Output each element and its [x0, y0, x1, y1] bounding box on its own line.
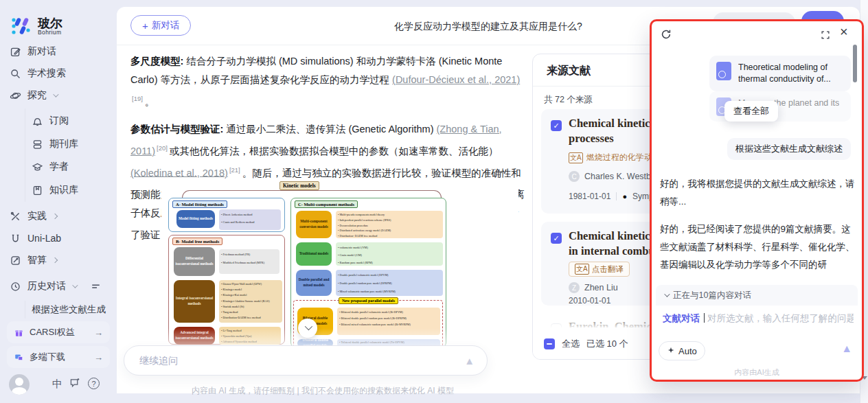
logo-subtitle: Bohrium	[38, 30, 62, 36]
sidebar-item-new-chat[interactable]: 新对话	[10, 43, 56, 60]
sidebar-item-label: 学术搜索	[27, 67, 66, 80]
close-icon[interactable]: ×	[840, 24, 848, 40]
source-date: 1981-01-01	[569, 192, 610, 201]
source-checkbox[interactable]: ✓	[551, 120, 562, 131]
figure-c3-bullets: • Double parallel volumetric model (DPVM…	[336, 270, 443, 296]
refresh-icon[interactable]	[660, 28, 672, 41]
sidebar-item-smart-compute[interactable]: 智算	[10, 251, 57, 269]
download-label: 多端下载	[30, 351, 65, 363]
source-title[interactable]: Chemical kinetics a processes	[569, 116, 663, 146]
carsi-benefits[interactable]: CARSI权益 →	[7, 321, 110, 343]
feedback-icon[interactable]	[69, 377, 80, 391]
author-avatar: Z	[569, 282, 580, 293]
tools-icon	[10, 211, 21, 222]
check-icon: ✓	[553, 234, 559, 243]
translate-button[interactable]: 文A 点击翻译	[569, 262, 630, 277]
bold-term: 参数估计与模型验证:	[130, 124, 226, 135]
expand-figure-button[interactable]	[298, 319, 317, 338]
sidebar-item-subscribe[interactable]: 订阅	[32, 112, 69, 130]
source-date: 2010-01-01	[569, 296, 610, 306]
sidebar-item-explore[interactable]: 探究	[10, 87, 57, 104]
multi-device-download[interactable]: 多端下载 →	[7, 346, 110, 368]
chevron-right-icon	[52, 257, 58, 263]
context-label: 正在与10篇内容对话	[673, 290, 751, 301]
figure-c1-box: Multi-component conversion models	[296, 211, 332, 238]
ai-message: 好的，我已经阅读了您提供的9篇文献摘要。这些文献涵盖了材料科学、行星科学、催化化…	[660, 220, 855, 281]
user-message-bubble: 根据这些文献生成文献综述	[727, 138, 851, 160]
sidebar-item-unilab[interactable]: Uni-Lab	[10, 229, 61, 247]
help-icon[interactable]: ?	[88, 378, 100, 389]
history-entry-label: 根据这些文献生成	[32, 303, 106, 316]
figure-brace	[182, 190, 442, 198]
select-all-checkbox[interactable]	[544, 338, 555, 349]
ai-disclaimer: 内容由 AI 生成，请仔细甄别 | 我们不会使用你的搜索数据来优化 AI 模型	[117, 385, 529, 397]
sidebar-item-scholars[interactable]: 学者	[32, 158, 69, 176]
sidebar-item-history[interactable]: 历史对话	[10, 277, 101, 295]
user-avatar[interactable]	[9, 374, 30, 395]
citation-ref[interactable]: [19]	[132, 95, 143, 102]
citation-link[interactable]: (Dufour-Décieux et al., 2021)	[392, 74, 520, 85]
figure-b1-bullets: • Friedman method (FR) • Modified Friedm…	[219, 249, 279, 274]
logo[interactable]: 玻尔 Bohrium	[10, 14, 62, 38]
citation-ref[interactable]: [21]	[229, 166, 240, 174]
figure-a-box: Model fitting methods	[176, 210, 215, 228]
view-all-button[interactable]: 查看全部	[724, 101, 778, 122]
sidebar-item-label: 期刊库	[49, 138, 78, 150]
sidebar: 玻尔 Bohrium 新对话 学术搜索 探究 订阅 期刊库 学者	[0, 0, 117, 403]
attachment-card[interactable]: Theoretical modeling of thermal conducti…	[709, 56, 851, 91]
arrow-right-icon: →	[94, 352, 103, 362]
paragraph-multiscale: 多尺度模型: 结合分子动力学模拟 (MD simulations) 和动力学蒙特…	[130, 52, 525, 111]
source-checkbox[interactable]: ✓	[551, 233, 562, 244]
source-author-row: Z Zhen Liu	[569, 282, 618, 293]
list-icon[interactable]	[91, 281, 101, 292]
chevron-down-icon	[72, 282, 78, 288]
devices-icon	[14, 352, 24, 362]
sidebar-item-label: 新对话	[27, 45, 56, 58]
expand-icon[interactable]	[821, 30, 830, 40]
source-title[interactable]: Chemical kinetics r in internal combus	[569, 229, 663, 259]
followup-input[interactable]	[139, 355, 464, 366]
indent-guide	[25, 301, 25, 319]
figure-b1-box: Differential isoconversional methods	[174, 247, 215, 276]
chat-input[interactable]: 文献对话对所选文献，输入任何想了解的问题。	[663, 312, 854, 325]
sidebar-item-practice[interactable]: 实践	[10, 207, 57, 225]
history-entry[interactable]: 根据这些文献生成	[32, 301, 106, 319]
sparkle-icon	[667, 347, 675, 355]
citation-ref[interactable]: [20]	[157, 144, 168, 152]
author-avatar: C	[569, 171, 580, 182]
figure-c1-bullets: • Multi-pseudo components model theory •…	[336, 211, 443, 238]
chat-send-icon[interactable]: ▲	[841, 343, 852, 355]
chat-scrollbar[interactable]	[853, 45, 857, 82]
selected-count: 已选 10 个	[586, 338, 628, 350]
document-icon	[716, 62, 731, 80]
journal-stack-icon	[32, 139, 43, 150]
chat-input-placeholder: 对所选文献，输入任何想了解的问题。	[707, 313, 854, 323]
language-toggle[interactable]: 中	[52, 378, 62, 391]
figure-b2-bullets: • Ozawa-Flynn-Wall model (OFW) • Kissing…	[219, 280, 282, 323]
figure-c2-bullets: • volumetric model (VM) • Grain model (G…	[336, 242, 443, 266]
sources-count: 共 72 个来源	[544, 94, 593, 106]
citation-link[interactable]: (Koledina et al., 2018)	[130, 167, 228, 178]
translate-icon: 文A	[569, 152, 583, 163]
sidebar-item-label: Uni-Lab	[27, 233, 61, 244]
figure-a-label: A- Model fitting methods	[172, 200, 227, 208]
author-name: Zhen Liu	[584, 283, 618, 292]
figure-b2-box: Integral isoconversional methods	[174, 280, 215, 323]
sidebar-item-knowledge-base[interactable]: 知识库	[32, 181, 78, 199]
logo-title: 玻尔	[38, 17, 62, 30]
sidebar-item-academic-search[interactable]: 学术搜索	[10, 65, 66, 82]
context-toggle[interactable]: 正在与10篇内容对话	[656, 285, 858, 306]
select-all-label[interactable]: 全选	[562, 338, 580, 350]
kinetic-models-figure: Kinetic models A- Model fitting methods …	[161, 180, 518, 347]
sidebar-item-label: 知识库	[49, 184, 78, 196]
figure-c-label: C- Multi-component methods	[295, 200, 358, 208]
ai-message: 好的，我将根据您提供的文献生成文献综述，请稍等...	[660, 175, 855, 211]
chevron-down-icon	[305, 322, 312, 330]
graduation-cap-icon	[32, 161, 43, 173]
check-icon: ✓	[553, 122, 559, 130]
auto-mode-button[interactable]: Auto	[659, 341, 705, 360]
sidebar-item-journals[interactable]: 期刊库	[32, 135, 78, 153]
send-icon[interactable]: ▲	[464, 355, 475, 367]
sidebar-item-label: 学者	[49, 161, 69, 173]
chevron-down-icon	[664, 291, 670, 297]
